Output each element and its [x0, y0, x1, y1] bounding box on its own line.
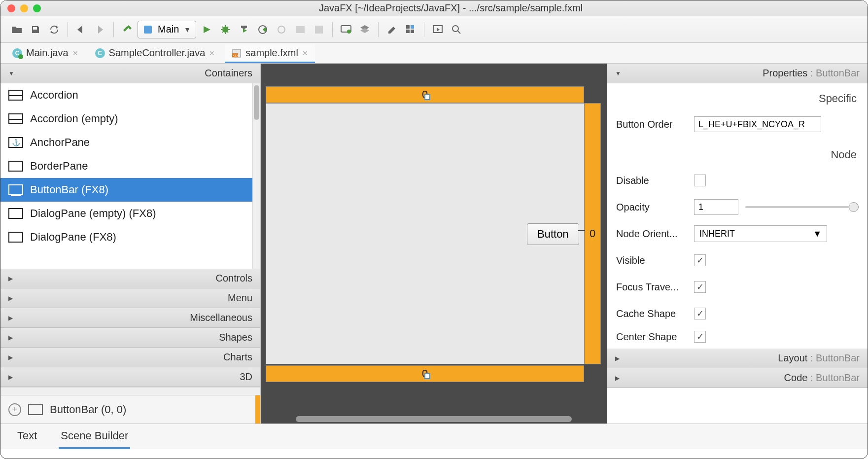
- library-item-buttonbar[interactable]: ButtonBar (FX8): [0, 178, 252, 202]
- prop-label: Disable: [616, 175, 694, 186]
- panel-gap: [0, 387, 260, 395]
- avd-manager-icon[interactable]: [338, 21, 354, 38]
- category-3d-header[interactable]: ▶3D: [0, 367, 260, 387]
- editor-tab-fxml[interactable]: </> sample.fxml ✕: [225, 44, 315, 63]
- node-orientation-combo[interactable]: INHERIT▼: [694, 225, 827, 242]
- category-charts-header[interactable]: ▶Charts: [0, 348, 260, 367]
- chevron-down-icon: ▼: [8, 70, 14, 77]
- project-structure-icon[interactable]: [402, 21, 419, 38]
- panel-title: Properties: [763, 68, 807, 79]
- chevron-right-icon: ▶: [8, 275, 13, 282]
- tab-text[interactable]: Text: [15, 424, 39, 449]
- sync-icon[interactable]: [46, 21, 63, 38]
- inspector-layout-header[interactable]: ▶ Layout : ButtonBar: [607, 349, 868, 368]
- chevron-right-icon: ▶: [8, 295, 13, 302]
- library-item-borderpane[interactable]: BorderPane: [0, 154, 252, 178]
- editor-tab-controller[interactable]: C SampleController.java ✕: [88, 44, 222, 63]
- run-config-name: Main: [158, 24, 179, 35]
- library-panel: ▼ Containers Accordion Accordion (empty)…: [0, 64, 261, 424]
- run-anything-icon[interactable]: [292, 21, 309, 38]
- slider-thumb[interactable]: [849, 202, 859, 212]
- library-item-dialogpane-empty[interactable]: DialogPane (empty) (FX8): [0, 202, 252, 225]
- stop-icon[interactable]: [311, 21, 327, 38]
- scrollbar-vertical[interactable]: [252, 83, 260, 269]
- prop-disable: Disable: [616, 167, 859, 194]
- resize-handle[interactable]: [424, 94, 430, 100]
- library-item-dialogpane[interactable]: DialogPane (FX8): [0, 225, 252, 249]
- save-icon[interactable]: [27, 21, 44, 38]
- container-icon: [8, 208, 23, 219]
- chevron-right-icon: ▶: [615, 355, 620, 362]
- library-item-label: Accordion: [30, 89, 78, 102]
- button-order-field[interactable]: [694, 116, 821, 132]
- inspector-properties-header[interactable]: ▼ Properties : ButtonBar: [607, 64, 868, 83]
- debug-icon[interactable]: [217, 21, 234, 38]
- design-canvas[interactable]: 0 0 0 Button: [261, 64, 607, 424]
- category-title: Shapes: [219, 332, 252, 343]
- library-item-label: BorderPane: [30, 160, 88, 173]
- scrollbar-thumb[interactable]: [296, 416, 572, 422]
- editor-tab-label: SampleController.java: [109, 47, 206, 59]
- search-icon[interactable]: [448, 21, 465, 38]
- category-shapes-header[interactable]: ▶Shapes: [0, 328, 260, 348]
- open-icon[interactable]: [8, 21, 25, 38]
- panel-subtitle: ButtonBar: [816, 68, 860, 79]
- window-title: JavaFX [~/IdeaProjects/JavaFX] - .../src…: [41, 2, 861, 14]
- run-target-icon[interactable]: [429, 21, 446, 38]
- inspector-code-header[interactable]: ▶ Code : ButtonBar: [607, 368, 868, 388]
- chevron-down-icon: ▼: [184, 26, 191, 34]
- chevron-right-icon: ▶: [8, 315, 13, 321]
- coverage-icon[interactable]: [236, 21, 252, 38]
- prop-label: Opacity: [616, 202, 694, 213]
- disable-checkbox[interactable]: [694, 175, 706, 186]
- sdk-manager-icon[interactable]: [356, 21, 373, 38]
- svg-rect-4: [296, 26, 305, 33]
- category-containers-header[interactable]: ▼ Containers: [0, 64, 260, 83]
- close-icon[interactable]: ✕: [72, 49, 78, 57]
- run-icon[interactable]: [198, 21, 215, 38]
- center-shape-checkbox[interactable]: ✓: [694, 331, 706, 343]
- resize-handle[interactable]: [424, 373, 430, 379]
- close-icon[interactable]: ✕: [209, 49, 215, 57]
- borderpane-right-slot[interactable]: 0: [584, 103, 601, 364]
- library-item-accordion-empty[interactable]: Accordion (empty): [0, 107, 252, 131]
- chevron-right-icon: ▶: [615, 375, 620, 382]
- tab-scene-builder[interactable]: Scene Builder: [59, 424, 130, 449]
- run-configuration-combo[interactable]: Main ▼: [138, 21, 196, 38]
- library-item-anchorpane[interactable]: AnchorPane: [0, 131, 252, 154]
- close-window-icon[interactable]: [7, 4, 15, 12]
- profile-icon[interactable]: [254, 21, 271, 38]
- settings-icon[interactable]: [383, 21, 400, 38]
- hierarchy-row[interactable]: + ButtonBar (0, 0): [0, 395, 260, 424]
- library-item-accordion[interactable]: Accordion: [0, 83, 252, 107]
- toolbar-separator: [378, 22, 379, 37]
- minimize-window-icon[interactable]: [20, 4, 28, 12]
- build-icon[interactable]: [119, 21, 136, 38]
- section-specific-title: Specific: [607, 83, 868, 109]
- cache-shape-checkbox[interactable]: ✓: [694, 308, 706, 319]
- scrollbar-thumb[interactable]: [254, 85, 259, 120]
- editor-mode-tabs: Text Scene Builder: [0, 424, 868, 449]
- scrollbar-horizontal[interactable]: [261, 415, 607, 424]
- close-icon[interactable]: ✕: [302, 49, 308, 57]
- forward-icon[interactable]: [92, 21, 108, 38]
- back-icon[interactable]: [73, 21, 90, 38]
- add-icon[interactable]: +: [8, 403, 21, 416]
- main-area: ▼ Containers Accordion Accordion (empty)…: [0, 64, 868, 424]
- opacity-field[interactable]: [694, 199, 738, 215]
- editor-tab-main[interactable]: C Main.java ✕: [5, 44, 85, 63]
- category-miscellaneous-header[interactable]: ▶Miscellaneous: [0, 308, 260, 328]
- svg-point-3: [278, 26, 285, 33]
- canvas-button-widget[interactable]: Button: [527, 223, 579, 245]
- prop-label: Center Shape: [616, 331, 694, 343]
- zoom-window-icon[interactable]: [33, 4, 41, 12]
- canvas-viewport[interactable]: 0 0 0 Button: [261, 64, 607, 415]
- category-controls-header[interactable]: ▶Controls: [0, 269, 260, 288]
- opacity-slider[interactable]: [745, 206, 859, 208]
- container-icon: [8, 161, 23, 172]
- category-menu-header[interactable]: ▶Menu: [0, 288, 260, 308]
- editor-tab-bar: C Main.java ✕ C SampleController.java ✕ …: [0, 43, 868, 64]
- focus-traversable-checkbox[interactable]: ✓: [694, 281, 706, 293]
- attach-icon[interactable]: [273, 21, 290, 38]
- visible-checkbox[interactable]: ✓: [694, 254, 706, 266]
